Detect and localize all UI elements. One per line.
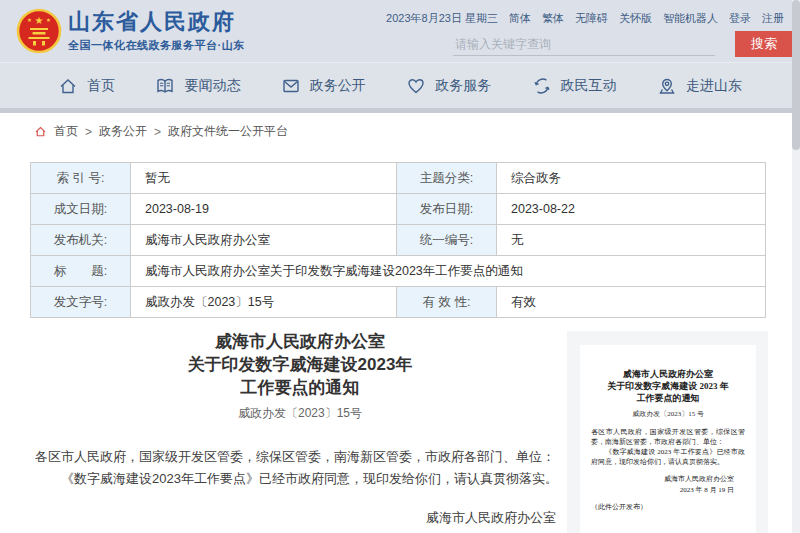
svg-text:★: ★ (27, 17, 32, 23)
svg-text:★: ★ (46, 17, 51, 23)
preview-title-line: 工作要点的通知 (580, 392, 756, 404)
link-chatbot[interactable]: 智能机器人 (663, 11, 718, 26)
meta-validity-value: 有效 (497, 287, 766, 318)
nav-item-disclosure[interactable]: 政务公开 (281, 76, 366, 96)
meta-agency-label: 发布机关: (31, 225, 131, 256)
meta-validity-label: 有 效 性: (397, 287, 497, 318)
meta-publish-date-label: 发布日期: (397, 194, 497, 225)
link-login[interactable]: 登录 (729, 11, 751, 26)
envelope-icon (281, 76, 301, 96)
document-signature: 威海市人民政府办公室 2023年8月19日 (30, 506, 570, 533)
document-meta-table: 索 引 号: 暂无 主题分类: 综合政务 成文日期: 2023-08-19 发布… (30, 162, 766, 318)
nav-label: 政务服务 (435, 77, 491, 95)
document-signer: 威海市人民政府办公室 (30, 506, 556, 530)
preview-signer: 威海市人民政府办公室 (580, 474, 734, 485)
breadcrumb: 首页 > 政务公开 > 政府文件统一公开平台 (34, 123, 288, 140)
preview-signature: 威海市人民政府办公室 2023 年 8 月 19 日 (580, 474, 734, 496)
search-button[interactable]: 搜索 (735, 31, 793, 57)
site-header: ★ ★ ★ 山东省人民政府 全国一体化在线政务服务平台·山东 2023年8月23… (0, 0, 800, 62)
preview-paragraph: 《数字威海建设 2023 年工作要点》已经市政府同意，现印发给你们，请认真贯彻落… (591, 447, 745, 467)
preview-title-line: 关于印发数字威海建设 2023 年 (580, 380, 756, 392)
breadcrumb-separator: > (154, 125, 161, 139)
home-icon (58, 76, 78, 96)
breadcrumb-current[interactable]: 政府文件统一公开平台 (168, 123, 288, 140)
breadcrumb-separator: > (85, 125, 92, 139)
preview-title-line: 威海市人民政府办公室 (580, 368, 756, 380)
meta-title-label: 标 题: (31, 256, 131, 287)
page-scrollbar-track[interactable] (792, 0, 800, 533)
meta-index-label: 索 引 号: (31, 163, 131, 194)
document-paragraph: 《数字威海建设2023年工作要点》已经市政府同意，现印发给你们，请认真贯彻落实。 (35, 468, 570, 490)
breadcrumb-disclosure[interactable]: 政务公开 (99, 123, 147, 140)
map-pin-icon (657, 76, 677, 96)
table-row: 索 引 号: 暂无 主题分类: 综合政务 (31, 163, 766, 194)
document-number: 威政办发〔2023〕15号 (30, 405, 570, 422)
document-title: 威海市人民政府办公室 关于印发数字威海建设2023年 工作要点的通知 (30, 330, 570, 399)
breadcrumb-home[interactable]: 首页 (54, 123, 78, 140)
table-row: 成文日期: 2023-08-19 发布日期: 2023-08-22 (31, 194, 766, 225)
meta-code-value: 无 (497, 225, 766, 256)
meta-doc-no-label: 发文字号: (31, 287, 131, 318)
nav-item-interaction[interactable]: 政民互动 (532, 76, 617, 96)
table-row: 发文字号: 威政办发〔2023〕15号 有 效 性: 有效 (31, 287, 766, 318)
search-box (453, 33, 715, 56)
preview-sign-date: 2023 年 8 月 19 日 (580, 485, 734, 496)
table-row: 标 题: 威海市人民政府办公室关于印发数字威海建设2023年工作要点的通知 (31, 256, 766, 287)
document-content: 威海市人民政府办公室 关于印发数字威海建设2023年 工作要点的通知 威政办发〔… (30, 330, 570, 533)
site-subtitle: 全国一体化在线政务服务平台·山东 (68, 38, 245, 53)
svg-text:★: ★ (35, 15, 44, 26)
national-emblem-icon: ★ ★ ★ (16, 8, 62, 54)
header-utility-bar: 2023年8月23日 星期三 简体 繁体 无障碍 关怀版 智能机器人 登录 注册 (386, 11, 784, 26)
document-title-line: 关于印发数字威海建设2023年 (30, 353, 570, 376)
preview-salutation: 各区市人民政府，国家级开发区管委，综保区管委，南海新区管委，市政府各部门、单位： (591, 427, 745, 447)
nav-label: 政务公开 (310, 77, 366, 95)
document-salutation: 各区市人民政府，国家级开发区管委，综保区管委，南海新区管委，市政府各部门、单位： (35, 446, 570, 468)
meta-title-value: 威海市人民政府办公室关于印发数字威海建设2023年工作要点的通知 (131, 256, 766, 287)
document-title-line: 工作要点的通知 (30, 376, 570, 399)
site-logo[interactable]: ★ ★ ★ 山东省人民政府 全国一体化在线政务服务平台·山东 (16, 8, 245, 54)
nav-label: 走进山东 (686, 77, 742, 95)
table-row: 发布机关: 威海市人民政府办公室 统一编号: 无 (31, 225, 766, 256)
link-senior-mode[interactable]: 关怀版 (619, 11, 652, 26)
preview-body: 各区市人民政府，国家级开发区管委，综保区管委，南海新区管委，市政府各部门、单位：… (591, 427, 745, 467)
link-traditional[interactable]: 繁体 (542, 11, 564, 26)
current-date: 2023年8月23日 星期三 (386, 11, 498, 26)
nav-shadow (0, 108, 800, 113)
document-body: 各区市人民政府，国家级开发区管委，综保区管委，南海新区管委，市政府各部门、单位：… (30, 446, 570, 490)
document-title-line: 威海市人民政府办公室 (30, 330, 570, 353)
nav-label: 首页 (87, 77, 115, 95)
link-simplified[interactable]: 简体 (509, 11, 531, 26)
preview-doc-number: 威政办发〔2023〕15 号 (580, 409, 756, 419)
site-title: 山东省人民政府 (68, 9, 245, 35)
meta-category-value: 综合政务 (497, 163, 766, 194)
link-register[interactable]: 注册 (762, 11, 784, 26)
preview-footnote: （此件公开发布） (591, 502, 756, 512)
pdf-preview-thumbnail[interactable]: 威海市人民政府办公室 关于印发数字威海建设 2023 年 工作要点的通知 威政办… (567, 331, 768, 533)
meta-publish-date-value: 2023-08-22 (497, 194, 766, 225)
nav-label: 要闻动态 (184, 77, 240, 95)
nav-item-about[interactable]: 走进山东 (657, 76, 742, 96)
meta-code-label: 统一编号: (397, 225, 497, 256)
home-icon (34, 125, 47, 138)
nav-item-news[interactable]: 要闻动态 (155, 76, 240, 96)
meta-write-date-label: 成文日期: (31, 194, 131, 225)
main-nav: 首页 要闻动态 政务公开 政务服务 政民互动 走进山东 (0, 62, 800, 108)
meta-category-label: 主题分类: (397, 163, 497, 194)
book-icon (155, 76, 175, 96)
nav-item-home[interactable]: 首页 (58, 76, 115, 96)
pdf-preview-page: 威海市人民政府办公室 关于印发数字威海建设 2023 年 工作要点的通知 威政办… (580, 345, 756, 533)
preview-title: 威海市人民政府办公室 关于印发数字威海建设 2023 年 工作要点的通知 (580, 368, 756, 404)
page-scrollbar-thumb[interactable] (792, 0, 800, 150)
search-input[interactable] (453, 33, 719, 55)
nav-label: 政民互动 (561, 77, 617, 95)
meta-index-value: 暂无 (131, 163, 397, 194)
meta-doc-no-value: 威政办发〔2023〕15号 (131, 287, 397, 318)
nav-item-services[interactable]: 政务服务 (406, 76, 491, 96)
link-accessibility[interactable]: 无障碍 (575, 11, 608, 26)
exchange-icon (532, 76, 552, 96)
meta-agency-value: 威海市人民政府办公室 (131, 225, 397, 256)
heart-icon (406, 76, 426, 96)
meta-write-date-value: 2023-08-19 (131, 194, 397, 225)
